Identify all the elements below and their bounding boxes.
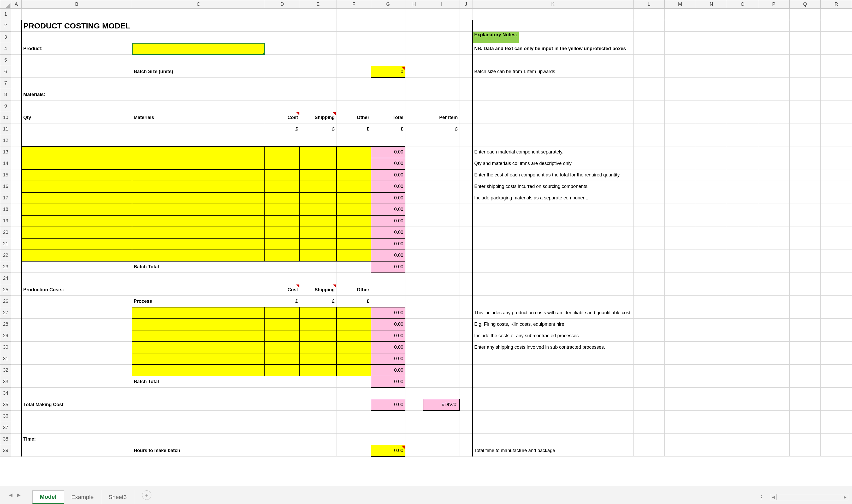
- row-header-38[interactable]: 38: [0, 434, 11, 445]
- cell-M39[interactable]: [664, 445, 696, 456]
- cell-B9[interactable]: [21, 101, 132, 112]
- cell-K15[interactable]: Enter the cost of each component as the …: [472, 169, 634, 181]
- row-header-16[interactable]: 16: [0, 181, 11, 192]
- cell-E5[interactable]: [300, 55, 337, 66]
- cell-E8[interactable]: [300, 89, 337, 101]
- cell-A1[interactable]: [11, 8, 21, 20]
- cell-P15[interactable]: [758, 169, 790, 181]
- cell-R6[interactable]: [821, 66, 852, 77]
- cell-R38[interactable]: [821, 434, 852, 445]
- cell-L8[interactable]: [634, 89, 665, 101]
- cell-R15[interactable]: [821, 169, 852, 181]
- cell-Q28[interactable]: [790, 319, 821, 330]
- cell-N28[interactable]: [696, 319, 727, 330]
- cell-H35[interactable]: [405, 399, 423, 411]
- cell-H2[interactable]: [405, 20, 423, 32]
- cell-H19[interactable]: [405, 215, 423, 227]
- cell-K17[interactable]: Include packaging materials as a separat…: [472, 192, 634, 204]
- cell-H25[interactable]: [405, 284, 423, 296]
- row-header-22[interactable]: 22: [0, 250, 11, 261]
- cell-L28[interactable]: [634, 319, 665, 330]
- cell-A35[interactable]: [11, 399, 21, 411]
- cell-P9[interactable]: [758, 101, 790, 112]
- cell-A24[interactable]: [11, 273, 21, 284]
- cell-C28[interactable]: [132, 319, 265, 330]
- cell-G26[interactable]: [371, 296, 405, 307]
- cell-R37[interactable]: [821, 422, 852, 434]
- cell-G36[interactable]: [371, 411, 405, 422]
- row-header-1[interactable]: 1: [0, 8, 11, 20]
- cell-I23[interactable]: [423, 261, 459, 273]
- cell-B33[interactable]: [21, 376, 132, 388]
- cell-O35[interactable]: [727, 399, 758, 411]
- cell-I5[interactable]: [423, 55, 459, 66]
- cell-O28[interactable]: [727, 319, 758, 330]
- cell-B8[interactable]: Materials:: [21, 89, 132, 101]
- cell-I13[interactable]: [423, 146, 459, 158]
- cell-F6[interactable]: [337, 66, 371, 77]
- cell-L5[interactable]: [634, 55, 665, 66]
- cell-A34[interactable]: [11, 388, 21, 399]
- cell-M24[interactable]: [664, 273, 696, 284]
- cell-B25[interactable]: Production Costs:: [21, 284, 132, 296]
- cell-L33[interactable]: [634, 376, 665, 388]
- cell-J27[interactable]: [459, 307, 472, 319]
- cell-Q22[interactable]: [790, 250, 821, 261]
- cell-E10[interactable]: Shipping: [300, 112, 337, 124]
- cell-L9[interactable]: [634, 101, 665, 112]
- cell-F29[interactable]: [337, 330, 371, 342]
- cell-B29[interactable]: [21, 330, 132, 342]
- cell-M19[interactable]: [664, 215, 696, 227]
- cell-I15[interactable]: [423, 169, 459, 181]
- cell-B2[interactable]: PRODUCT COSTING MODEL: [21, 20, 132, 32]
- cell-J29[interactable]: [459, 330, 472, 342]
- col-header-K[interactable]: K: [472, 0, 634, 8]
- row-header-5[interactable]: 5: [0, 55, 11, 66]
- cell-I36[interactable]: [423, 411, 459, 422]
- cell-H27[interactable]: [405, 307, 423, 319]
- cell-D18[interactable]: [265, 204, 300, 215]
- cell-N15[interactable]: [696, 169, 727, 181]
- cell-P26[interactable]: [758, 296, 790, 307]
- cell-D22[interactable]: [265, 250, 300, 261]
- add-sheet-button[interactable]: ＋: [142, 490, 151, 500]
- cell-G11[interactable]: £: [371, 124, 405, 135]
- cell-D32[interactable]: [265, 365, 300, 376]
- cell-J31[interactable]: [459, 353, 472, 365]
- cell-M7[interactable]: [664, 77, 696, 89]
- cell-L19[interactable]: [634, 215, 665, 227]
- cell-M6[interactable]: [664, 66, 696, 77]
- cell-Q39[interactable]: [790, 445, 821, 456]
- cell-F19[interactable]: [337, 215, 371, 227]
- cell-G21[interactable]: 0.00: [371, 238, 405, 250]
- cell-K37[interactable]: [472, 422, 634, 434]
- cell-Q15[interactable]: [790, 169, 821, 181]
- cell-M11[interactable]: [664, 124, 696, 135]
- cell-R29[interactable]: [821, 330, 852, 342]
- cell-N10[interactable]: [696, 112, 727, 124]
- cell-L4[interactable]: [634, 43, 665, 55]
- cell-B13[interactable]: [21, 146, 132, 158]
- cell-H1[interactable]: [405, 8, 423, 20]
- cell-I30[interactable]: [423, 342, 459, 353]
- cell-N9[interactable]: [696, 101, 727, 112]
- cell-F5[interactable]: [337, 55, 371, 66]
- cell-G9[interactable]: [371, 101, 405, 112]
- cell-Q9[interactable]: [790, 101, 821, 112]
- cell-E16[interactable]: [300, 181, 337, 192]
- cell-H28[interactable]: [405, 319, 423, 330]
- cell-M3[interactable]: [664, 32, 696, 43]
- cell-R36[interactable]: [821, 411, 852, 422]
- cell-N16[interactable]: [696, 181, 727, 192]
- row-header-26[interactable]: 26: [0, 296, 11, 307]
- cell-C5[interactable]: [132, 55, 265, 66]
- cell-Q37[interactable]: [790, 422, 821, 434]
- cell-N31[interactable]: [696, 353, 727, 365]
- cell-F12[interactable]: [337, 135, 371, 146]
- cell-I14[interactable]: [423, 158, 459, 169]
- cell-H30[interactable]: [405, 342, 423, 353]
- cell-I20[interactable]: [423, 227, 459, 238]
- cell-R19[interactable]: [821, 215, 852, 227]
- cell-Q13[interactable]: [790, 146, 821, 158]
- cell-J8[interactable]: [459, 89, 472, 101]
